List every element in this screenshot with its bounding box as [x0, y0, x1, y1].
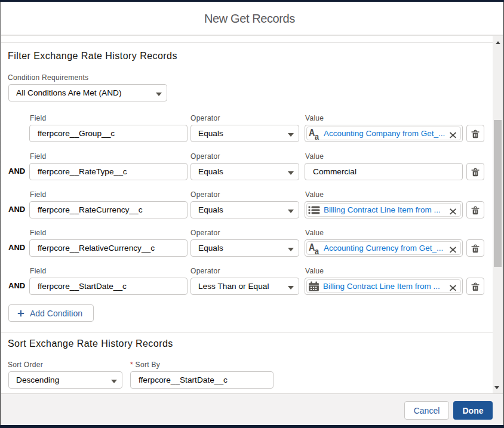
- svg-text:A: A: [309, 242, 315, 253]
- svg-text:a: a: [315, 247, 319, 256]
- svg-text:a: a: [315, 132, 319, 141]
- svg-text:A: A: [309, 127, 315, 138]
